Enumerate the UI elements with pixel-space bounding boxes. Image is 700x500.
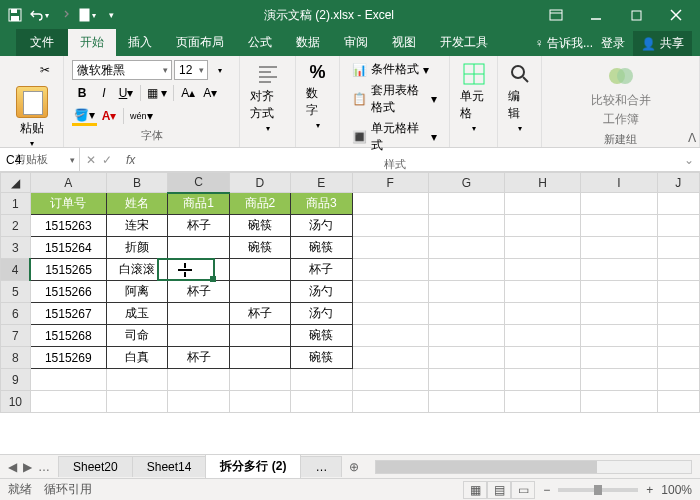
next-sheet-icon[interactable]: ▶	[23, 460, 32, 474]
conditional-format-button[interactable]: 📊条件格式▾	[348, 60, 441, 79]
font-color-icon[interactable]: A▾	[99, 106, 119, 126]
tell-me[interactable]: ♀ 告诉我...	[535, 35, 593, 52]
col-header[interactable]: E	[291, 173, 352, 193]
data-cell[interactable]	[168, 325, 229, 347]
bold-icon[interactable]: B	[72, 83, 92, 103]
data-cell[interactable]: 司命	[106, 325, 167, 347]
data-cell[interactable]: 1515267	[30, 303, 106, 325]
table-header[interactable]: 商品1	[168, 193, 229, 215]
select-all-corner[interactable]: ◢	[1, 173, 31, 193]
cells-button[interactable]: 单元格▾	[458, 60, 489, 135]
data-cell[interactable]	[168, 259, 229, 281]
pagebreak-view-icon[interactable]: ▭	[511, 481, 535, 499]
zoom-in-icon[interactable]: +	[646, 483, 653, 497]
col-header[interactable]: D	[229, 173, 290, 193]
row-header[interactable]: 6	[1, 303, 31, 325]
zoom-level[interactable]: 100%	[661, 483, 692, 497]
data-cell[interactable]: 碗筷	[229, 237, 290, 259]
data-cell[interactable]: 连宋	[106, 215, 167, 237]
login-link[interactable]: 登录	[601, 35, 625, 52]
data-cell[interactable]: 杯子	[168, 281, 229, 303]
cut-icon[interactable]: ✂	[35, 60, 55, 80]
phonetic-icon[interactable]: wén▾	[128, 106, 155, 126]
minimize-icon[interactable]	[576, 0, 616, 30]
format-table-button[interactable]: 📋套用表格格式▾	[348, 81, 441, 117]
table-header[interactable]: 姓名	[106, 193, 167, 215]
data-cell[interactable]: 1515268	[30, 325, 106, 347]
data-cell[interactable]: 杯子	[168, 215, 229, 237]
row-header[interactable]: 9	[1, 369, 31, 391]
tab-data[interactable]: 数据	[284, 29, 332, 56]
undo-icon[interactable]: ▾	[28, 4, 50, 26]
data-cell[interactable]: 阿离	[106, 281, 167, 303]
fill-color-icon[interactable]: 🪣▾	[72, 106, 97, 126]
data-cell[interactable]: 白真	[106, 347, 167, 369]
col-header[interactable]: I	[581, 173, 657, 193]
tab-home[interactable]: 开始	[68, 29, 116, 56]
share-button[interactable]: 👤共享	[633, 31, 692, 56]
table-header[interactable]: 商品2	[229, 193, 290, 215]
data-cell[interactable]: 1515269	[30, 347, 106, 369]
sheet-tab[interactable]: Sheet20	[58, 456, 133, 477]
close-icon[interactable]	[656, 0, 696, 30]
tab-formula[interactable]: 公式	[236, 29, 284, 56]
data-cell[interactable]: 杯子	[229, 303, 290, 325]
qat-customize-icon[interactable]: ▾	[100, 4, 122, 26]
ribbon-mode-icon[interactable]	[536, 0, 576, 30]
data-cell[interactable]	[229, 325, 290, 347]
data-cell[interactable]: 碗筷	[229, 215, 290, 237]
zoom-out-icon[interactable]: −	[543, 483, 550, 497]
zoom-slider[interactable]	[558, 488, 638, 492]
col-header[interactable]: F	[352, 173, 428, 193]
shrink-font-icon[interactable]: A▾	[200, 83, 220, 103]
sheet-tab[interactable]: 拆分多行 (2)	[205, 454, 301, 480]
pagelayout-view-icon[interactable]: ▤	[487, 481, 511, 499]
tab-review[interactable]: 审阅	[332, 29, 380, 56]
data-cell[interactable]	[168, 303, 229, 325]
spreadsheet-grid[interactable]: ◢ A B C D E F G H I J 1 订单号 姓名 商品1 商品2 商…	[0, 172, 700, 454]
sheet-tab[interactable]: Sheet14	[132, 456, 207, 477]
col-header[interactable]: C	[168, 173, 229, 193]
row-header[interactable]: 2	[1, 215, 31, 237]
row-header[interactable]: 7	[1, 325, 31, 347]
row-header[interactable]: 5	[1, 281, 31, 303]
table-header[interactable]: 订单号	[30, 193, 106, 215]
font-size-combo[interactable]: 12	[174, 60, 208, 80]
data-cell[interactable]: 杯子	[291, 259, 352, 281]
normal-view-icon[interactable]: ▦	[463, 481, 487, 499]
data-cell[interactable]	[229, 281, 290, 303]
add-sheet-icon[interactable]: ⊕	[341, 460, 367, 474]
cancel-formula-icon[interactable]: ✕	[86, 153, 96, 167]
tab-insert[interactable]: 插入	[116, 29, 164, 56]
data-cell[interactable]	[168, 237, 229, 259]
row-header[interactable]: 10	[1, 391, 31, 413]
font-name-combo[interactable]: 微软雅黑	[72, 60, 172, 80]
cell-style-button[interactable]: 🔳单元格样式▾	[348, 119, 441, 155]
prev-sheet-icon[interactable]: ◀	[8, 460, 17, 474]
col-header[interactable]: J	[657, 173, 699, 193]
sheet-tab-more[interactable]: …	[300, 456, 342, 477]
data-cell[interactable]: 成玉	[106, 303, 167, 325]
col-header[interactable]: G	[428, 173, 504, 193]
name-box[interactable]: C4	[0, 148, 80, 171]
grow-font-icon[interactable]: A▴	[178, 83, 198, 103]
tab-dev[interactable]: 开发工具	[428, 29, 500, 56]
data-cell[interactable]: 折颜	[106, 237, 167, 259]
data-cell[interactable]	[229, 259, 290, 281]
redo-icon[interactable]	[52, 4, 74, 26]
editing-button[interactable]: 编辑▾	[506, 60, 533, 135]
row-header[interactable]: 8	[1, 347, 31, 369]
tab-view[interactable]: 视图	[380, 29, 428, 56]
maximize-icon[interactable]	[616, 0, 656, 30]
italic-icon[interactable]: I	[94, 83, 114, 103]
alignment-button[interactable]: 对齐方式▾	[248, 60, 287, 135]
collapse-ribbon-icon[interactable]: ᐱ	[688, 131, 696, 145]
row-header[interactable]: 4	[1, 259, 31, 281]
increase-font-icon[interactable]: ▾	[210, 60, 230, 80]
col-header[interactable]: H	[505, 173, 581, 193]
data-cell[interactable]: 1515263	[30, 215, 106, 237]
sheet-list-icon[interactable]: …	[38, 460, 50, 474]
expand-formula-icon[interactable]: ⌄	[678, 153, 700, 167]
col-header[interactable]: A	[30, 173, 106, 193]
compare-merge-button[interactable]: 比较和合并 工作簿	[550, 60, 691, 130]
